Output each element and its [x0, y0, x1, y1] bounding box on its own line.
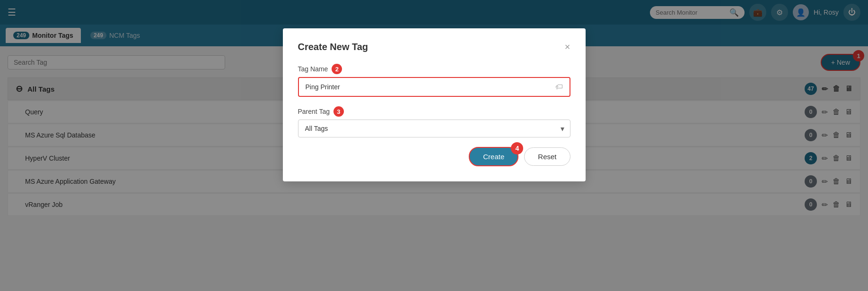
- create-tag-modal: Create New Tag × Tag Name 2 🏷 Parent Tag…: [283, 28, 586, 181]
- modal-header: Create New Tag ×: [298, 42, 570, 52]
- step4-badge: 4: [511, 142, 523, 154]
- parent-tag-select-wrapper: All Tags Query MS Azure Sql Database Hyp…: [298, 120, 570, 137]
- parent-tag-select[interactable]: All Tags Query MS Azure Sql Database Hyp…: [298, 120, 570, 137]
- step3-badge: 3: [333, 106, 344, 117]
- parent-tag-group: Parent Tag 3 All Tags Query MS Azure Sql…: [298, 106, 570, 137]
- parent-tag-field-label: Parent Tag: [298, 108, 330, 115]
- modal-title: Create New Tag: [298, 42, 368, 52]
- modal-footer: Create 4 Reset: [298, 147, 570, 166]
- tag-name-field-label: Tag Name: [298, 65, 328, 73]
- parent-tag-label-row: Parent Tag 3: [298, 106, 570, 117]
- reset-button[interactable]: Reset: [524, 147, 570, 166]
- tag-name-group: Tag Name 2 🏷: [298, 64, 570, 97]
- modal-overlay: Create New Tag × Tag Name 2 🏷 Parent Tag…: [0, 0, 868, 291]
- step2-badge: 2: [332, 64, 342, 74]
- create-btn-wrapper: Create 4: [469, 147, 518, 166]
- tag-name-input[interactable]: [306, 83, 555, 91]
- modal-close-button[interactable]: ×: [565, 42, 570, 52]
- tag-icon: 🏷: [555, 83, 563, 91]
- tag-name-input-wrapper: 🏷: [298, 77, 570, 97]
- tag-name-label-row: Tag Name 2: [298, 64, 570, 74]
